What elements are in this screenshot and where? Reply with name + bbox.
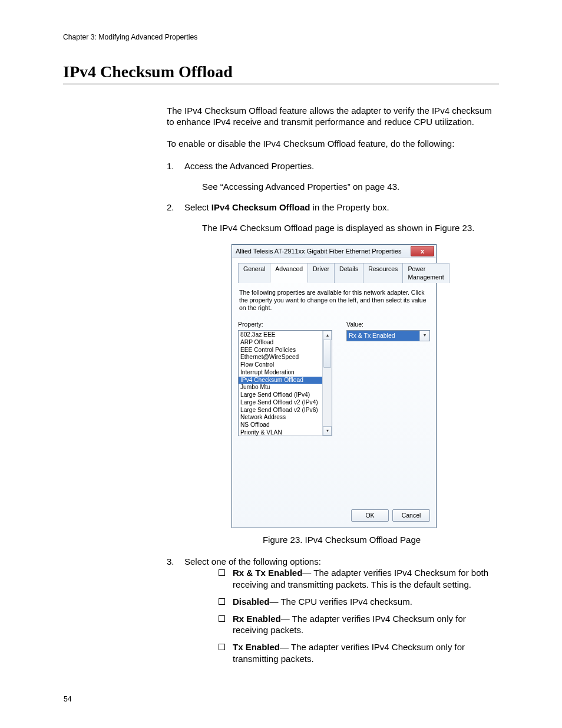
- value-selected: Rx & Tx Enabled: [347, 331, 419, 341]
- step-2-sub: The IPv4 Checksum Offload page is displa…: [202, 222, 499, 233]
- option-2-bold: Disabled: [233, 597, 270, 607]
- listbox-scrollbar[interactable]: ▴ ▾: [322, 331, 332, 436]
- step-1-sub: See “Accessing Advanced Properties” on p…: [202, 181, 499, 192]
- cancel-button[interactable]: Cancel: [392, 509, 430, 522]
- tab-general[interactable]: General: [238, 263, 270, 283]
- property-item[interactable]: EEE Control Policies: [239, 347, 323, 354]
- chevron-down-icon[interactable]: ▾: [419, 331, 429, 341]
- property-item[interactable]: Large Send Offload v2 (IPv6): [239, 407, 323, 414]
- running-header: Chapter 3: Modifying Advanced Properties: [63, 33, 197, 41]
- property-item[interactable]: IPv4 Checksum Offload: [239, 377, 323, 384]
- option-3-bold: Rx Enabled: [233, 614, 281, 624]
- property-item[interactable]: Large Send Offload (IPv4): [239, 391, 323, 399]
- tab-strip: GeneralAdvancedDriverDetailsResourcesPow…: [238, 262, 430, 283]
- option-rx-tx-enabled: Rx & Tx Enabled— The adapter verifies IP…: [202, 567, 499, 589]
- step-1-text: Access the Advanced Properties.: [184, 161, 314, 171]
- ok-button[interactable]: OK: [351, 509, 389, 522]
- page-number: 54: [64, 695, 72, 703]
- properties-dialog: Allied Telesis AT-2911xx Gigabit Fiber E…: [232, 244, 437, 528]
- step-2-text-a: Select: [184, 202, 211, 212]
- property-listbox[interactable]: 802.3az EEEARP OffloadEEE Control Polici…: [238, 330, 332, 436]
- option-4-bold: Tx Enabled: [233, 642, 280, 652]
- value-dropdown[interactable]: Rx & Tx Enabled ▾: [346, 330, 430, 341]
- property-item[interactable]: Network Address: [239, 414, 323, 421]
- property-item[interactable]: Flow Control: [239, 361, 323, 369]
- option-tx-enabled: Tx Enabled— The adapter verifies IPv4 Ch…: [202, 641, 499, 664]
- tab-details[interactable]: Details: [334, 263, 363, 283]
- tab-power-management[interactable]: Power Management: [402, 263, 449, 283]
- property-label: Property:: [238, 321, 332, 328]
- scroll-thumb[interactable]: [323, 340, 331, 368]
- step-3-text: Select one of the following options:: [184, 556, 321, 566]
- scroll-up-button[interactable]: ▴: [323, 331, 332, 340]
- lead-paragraph: To enable or disable the IPv4 Checksum O…: [167, 138, 499, 149]
- step-3: Select one of the following options: Rx …: [167, 556, 499, 664]
- option-1-bold: Rx & Tx Enabled: [233, 568, 302, 578]
- intro-paragraph: The IPv4 Checksum Offload feature allows…: [167, 105, 499, 127]
- dialog-description: The following properties are available f…: [239, 289, 429, 312]
- property-item[interactable]: Priority & VLAN: [239, 429, 323, 436]
- option-disabled: Disabled— The CPU verifies IPv4 checksum…: [202, 596, 499, 607]
- scroll-down-button[interactable]: ▾: [323, 426, 332, 436]
- property-item[interactable]: Jumbo Mtu: [239, 384, 323, 391]
- tab-resources[interactable]: Resources: [363, 263, 403, 283]
- property-item[interactable]: Interrupt Moderation: [239, 369, 323, 377]
- property-item[interactable]: NS Offload: [239, 421, 323, 429]
- property-item[interactable]: 802.3az EEE: [239, 331, 323, 339]
- figure-caption: Figure 23. IPv4 Checksum Offload Page: [184, 534, 499, 545]
- option-rx-enabled: Rx Enabled— The adapter verifies IPv4 Ch…: [202, 613, 499, 635]
- section-title: IPv4 Checksum Offload: [63, 62, 499, 84]
- dialog-title: Allied Telesis AT-2911xx Gigabit Fiber E…: [236, 247, 401, 255]
- property-item[interactable]: Large Send Offload v2 (IPv4): [239, 399, 323, 407]
- step-1: Access the Advanced Properties. See “Acc…: [167, 160, 499, 192]
- property-item[interactable]: Ethernet@WireSpeed: [239, 354, 323, 361]
- tab-advanced[interactable]: Advanced: [270, 263, 308, 283]
- value-label: Value:: [346, 321, 430, 328]
- step-2-bold: IPv4 Checksum Offload: [211, 202, 310, 212]
- property-item[interactable]: ARP Offload: [239, 339, 323, 347]
- close-icon: x: [421, 247, 424, 255]
- dialog-titlebar: Allied Telesis AT-2911xx Gigabit Fiber E…: [232, 245, 436, 258]
- tab-driver[interactable]: Driver: [308, 263, 335, 283]
- close-button[interactable]: x: [411, 246, 434, 256]
- step-2-text-c: in the Property box.: [310, 202, 389, 212]
- option-2-text: — The CPU verifies IPv4 checksum.: [270, 597, 412, 607]
- step-2: Select IPv4 Checksum Offload in the Prop…: [167, 202, 499, 545]
